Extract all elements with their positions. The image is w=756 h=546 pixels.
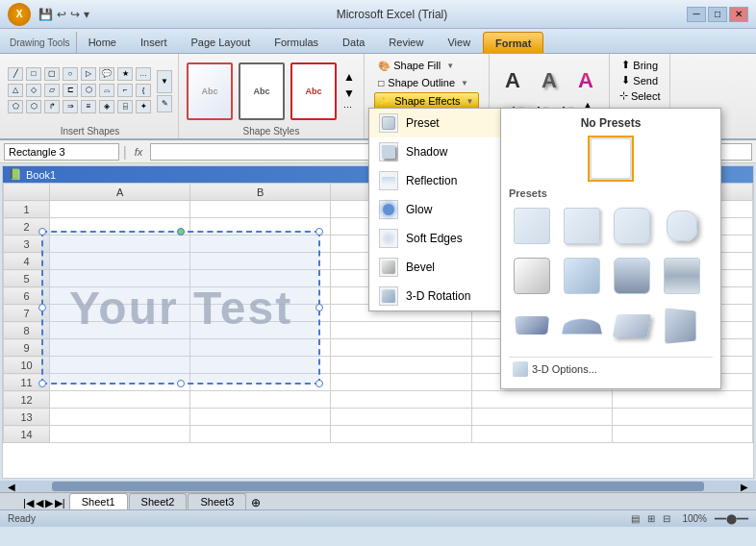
shape-star[interactable]: ★: [117, 67, 133, 81]
shape-line[interactable]: ╱: [8, 67, 23, 81]
handle-bottom-center[interactable]: [177, 380, 185, 387]
tab-review[interactable]: Review: [377, 32, 435, 53]
3d-options-link[interactable]: 3-D Options...: [509, 357, 713, 381]
tab-first[interactable]: |◀: [23, 497, 34, 509]
shapes-edit[interactable]: ✎: [157, 95, 172, 112]
shape-bracket[interactable]: ⌐: [117, 84, 133, 97]
cell[interactable]: [50, 409, 190, 426]
cell[interactable]: [612, 426, 752, 443]
handle-top-center[interactable]: [177, 228, 185, 236]
preset-item-9[interactable]: [509, 303, 555, 349]
shape-bent-arrow[interactable]: ↱: [44, 100, 60, 113]
cell[interactable]: [50, 426, 190, 443]
col-header-b[interactable]: B: [190, 184, 331, 201]
cell[interactable]: [471, 409, 612, 426]
view-normal[interactable]: ▤: [631, 513, 640, 524]
shape-selection[interactable]: Your Test: [41, 231, 320, 385]
preset-item-3[interactable]: [609, 203, 655, 249]
cell[interactable]: [190, 409, 331, 426]
wordart-shadow[interactable]: A: [532, 63, 567, 98]
wordart-gradient[interactable]: A: [568, 63, 603, 98]
tab-next[interactable]: ▶: [45, 497, 53, 509]
style-default[interactable]: Abc: [187, 62, 233, 120]
styles-more[interactable]: ⋯: [340, 102, 358, 113]
shape-misc[interactable]: ✦: [136, 100, 151, 113]
col-header-a[interactable]: A: [50, 184, 190, 201]
handle-bottom-right[interactable]: [315, 380, 323, 387]
name-box[interactable]: Rectangle 3: [4, 143, 119, 161]
cell[interactable]: [471, 426, 612, 443]
select-button[interactable]: ⊹ Select: [616, 88, 665, 103]
sheet-tab-sheet2[interactable]: Sheet2: [129, 493, 188, 509]
cell[interactable]: [331, 426, 471, 443]
sheet-tab-sheet1[interactable]: Sheet1: [69, 493, 128, 509]
shape-parallelogram[interactable]: ▱: [44, 84, 60, 97]
zoom-slider[interactable]: ━━⬤━━: [715, 513, 748, 524]
shape-hexagon[interactable]: ⬡: [26, 100, 41, 113]
cell[interactable]: [50, 201, 190, 218]
preset-item-6[interactable]: [559, 253, 605, 299]
insert-sheet-btn[interactable]: ⊕: [251, 496, 261, 509]
handle-middle-right[interactable]: [315, 304, 323, 311]
shape-callout[interactable]: 💬: [99, 67, 114, 81]
tab-data[interactable]: Data: [331, 32, 376, 53]
styles-up[interactable]: ▲: [340, 69, 358, 85]
bring-forward-button[interactable]: ⬆ Bring: [617, 58, 662, 72]
handle-top-left[interactable]: [38, 228, 46, 236]
handle-middle-left[interactable]: [38, 304, 46, 311]
shape-diamond[interactable]: ◇: [26, 84, 41, 97]
shape-cylinder[interactable]: ⊏: [63, 84, 78, 97]
shape-equation[interactable]: ≡: [81, 100, 96, 113]
shapes-expand[interactable]: ▼: [157, 70, 172, 93]
view-preview[interactable]: ⊟: [663, 513, 670, 524]
preset-item-11[interactable]: [609, 303, 655, 349]
view-layout[interactable]: ⊞: [647, 513, 655, 524]
close-button[interactable]: ✕: [729, 7, 748, 22]
shape-pentagon[interactable]: ⬠: [8, 100, 23, 113]
tab-prev[interactable]: ◀: [36, 497, 43, 509]
shape-triangle[interactable]: △: [8, 84, 23, 97]
handle-top-right[interactable]: [315, 228, 323, 236]
maximize-button[interactable]: □: [708, 7, 727, 22]
cell[interactable]: [331, 322, 471, 339]
scroll-thumb[interactable]: [52, 482, 704, 491]
wordart-plain[interactable]: A: [495, 63, 530, 98]
quick-access-dropdown[interactable]: ▾: [84, 8, 89, 21]
shape-effects-arrow[interactable]: ▼: [466, 97, 474, 106]
shape-fill-button[interactable]: 🎨 Shape Fill ▼: [374, 58, 458, 73]
cell[interactable]: [331, 391, 471, 409]
style-red[interactable]: Abc: [290, 62, 337, 120]
style-outline[interactable]: Abc: [239, 62, 285, 120]
sheet-tab-sheet3[interactable]: Sheet3: [188, 493, 246, 509]
preset-no-preset[interactable]: [588, 136, 634, 182]
preset-item-4[interactable]: [659, 203, 705, 249]
scroll-right[interactable]: ▶: [733, 482, 756, 492]
cell[interactable]: [190, 426, 331, 443]
save-icon[interactable]: 💾: [38, 8, 53, 21]
cell[interactable]: [331, 409, 471, 426]
shape-outline-button[interactable]: □ Shape Outline ▼: [374, 75, 472, 90]
shape-brace[interactable]: {: [136, 84, 151, 97]
horizontal-scrollbar[interactable]: ◀ ▶: [0, 481, 756, 492]
shape-rect[interactable]: □: [26, 67, 41, 81]
shape-outline-arrow[interactable]: ▼: [461, 79, 468, 87]
undo-icon[interactable]: ↩: [57, 8, 66, 21]
cell[interactable]: [50, 391, 190, 409]
preset-item-12[interactable]: [659, 303, 705, 349]
shape-arrow[interactable]: ▷: [81, 67, 96, 81]
shape-banner[interactable]: ⌸: [117, 100, 133, 113]
shape-oval[interactable]: ○: [63, 67, 78, 81]
tab-last[interactable]: ▶|: [55, 497, 65, 509]
cell[interactable]: [471, 391, 612, 409]
cell[interactable]: [331, 374, 471, 391]
tab-page-layout[interactable]: Page Layout: [179, 32, 262, 53]
minimize-button[interactable]: ─: [687, 7, 706, 22]
cell[interactable]: [612, 409, 752, 426]
shape-flowchart[interactable]: ◈: [99, 100, 114, 113]
shape-cube[interactable]: ⬡: [81, 84, 96, 97]
cell[interactable]: [612, 391, 752, 409]
preset-item-1[interactable]: [509, 203, 555, 249]
shape-arc[interactable]: ⌓: [99, 84, 114, 97]
send-backward-button[interactable]: ⬇ Send: [617, 73, 662, 87]
tab-home[interactable]: Home: [77, 32, 128, 53]
